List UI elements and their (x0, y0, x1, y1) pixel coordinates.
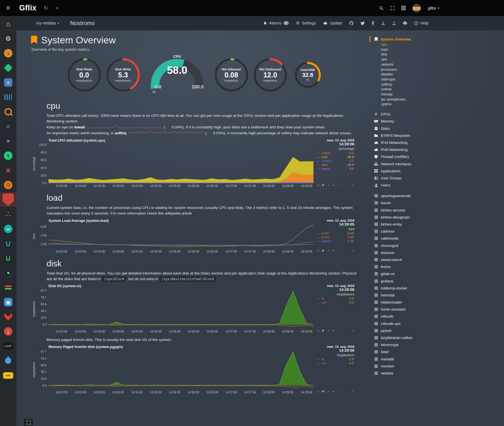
hamburger-menu-icon[interactable]: ≡ (0, 4, 16, 12)
menu-item-softirqs[interactable]: softirqs (370, 82, 437, 87)
menu-app-chronograf[interactable]: chronograf (370, 242, 437, 249)
legend-iowait[interactable]: —iowait0.0 (317, 167, 354, 171)
app-equalizer-item[interactable] (0, 90, 16, 104)
app-water-drop-item[interactable] (0, 353, 16, 368)
legend-nice[interactable]: —nice20.4 (317, 163, 354, 167)
play-icon[interactable]: ▶ (322, 389, 324, 393)
legend-load5[interactable]: —load52.68 (317, 235, 354, 239)
gauge-net_outbound[interactable]: Net Outbound12.0megabits/s (253, 58, 287, 92)
app-orange-chevron-item[interactable]: › (0, 46, 16, 61)
menu-item-uptime[interactable]: uptime (370, 102, 437, 107)
gauge-cpu[interactable]: CPU58.00.0100.0% (149, 55, 205, 95)
menu-item-processes[interactable]: processes (370, 67, 437, 72)
lazylibrarian-item[interactable]: LAZY (0, 339, 16, 353)
pan-right-icon[interactable]: » (328, 183, 330, 187)
zoom-in-icon[interactable]: + (333, 183, 334, 187)
menu-app-heimdall[interactable]: heimdall (370, 292, 437, 299)
gitlab-fox-item[interactable] (0, 309, 16, 324)
home-item[interactable]: ⌂ (0, 17, 16, 31)
sabnzbd-item[interactable]: sab (0, 368, 16, 383)
corner-expand-button[interactable] (24, 419, 33, 426)
pan-right-icon[interactable]: » (328, 249, 330, 252)
menu-section-applications[interactable]: Applications (370, 168, 437, 175)
resize-icon[interactable]: ↕ (352, 248, 354, 253)
app-dark-ring-item[interactable] (0, 266, 16, 280)
app-dark-x-item[interactable]: × (0, 134, 16, 148)
app-search-orange-item[interactable] (0, 104, 16, 119)
menu-section-ipv4-networking[interactable]: IPv4 Networking (370, 139, 437, 146)
disk-io-chart[interactable]: megabytes/sDisk I/O (system.io)0.019.539… (32, 284, 357, 333)
menu-app-lidarr[interactable]: lidarr (370, 348, 437, 355)
menu-app-jackett[interactable]: jackett (370, 327, 437, 334)
apps-grid-icon[interactable] (401, 6, 406, 10)
menu-section-disks[interactable]: Disks (370, 125, 437, 132)
menu-app-apacheguacamole[interactable]: apacheguacamole (370, 192, 437, 199)
legend-user[interactable]: —user35.3 (317, 155, 354, 159)
legend-in[interactable]: —in0.0 (317, 357, 354, 361)
app-red-cross-item[interactable]: × (0, 163, 16, 178)
chart-plot[interactable] (48, 289, 313, 329)
menu-item-entropy[interactable]: entropy (370, 92, 437, 97)
twitter-icon[interactable] (361, 21, 365, 25)
menu-app-calibreweb[interactable]: calibreweb (370, 235, 437, 242)
chart-plot[interactable] (48, 350, 313, 390)
legend-softirq[interactable]: —softirq0.0 (317, 151, 354, 155)
app-teal-u-item[interactable]: ∪ (0, 236, 16, 251)
menu-section-btrfs-filesystem[interactable]: BTRFS filesystem (370, 132, 437, 139)
facebook-icon[interactable] (372, 21, 374, 25)
help-button[interactable]: ? Help (414, 21, 428, 25)
pan-left-icon[interactable]: « (317, 390, 319, 393)
resize-icon[interactable]: ↕ (352, 183, 354, 187)
update-button[interactable]: Update (323, 21, 342, 25)
app-green-bolt-item[interactable]: ↯ (0, 148, 16, 163)
menu-section-memory[interactable]: Memory (370, 118, 437, 125)
chart-plot[interactable] (48, 224, 313, 249)
menu-app-netdata[interactable]: netdata (370, 370, 437, 377)
app-red-download-item[interactable]: ↓ (0, 324, 16, 339)
host-dropdown[interactable]: my-netdata ▾ (36, 21, 59, 25)
pan-right-icon[interactable]: » (328, 390, 330, 393)
zoom-in-icon[interactable]: + (333, 249, 334, 252)
resize-icon[interactable]: ↕ (352, 328, 354, 333)
menu-app-home-assistant[interactable]: home-assistant (370, 306, 437, 313)
app-green-u-item[interactable]: ∪ (0, 251, 16, 266)
app-red-dots-item[interactable]: ∴ (0, 207, 16, 222)
gauge-disk_read[interactable]: Disk Read0.0megabytes/s (67, 58, 101, 92)
menu-item-softnet[interactable]: softnet (370, 87, 437, 92)
menu-app-hiddenloader[interactable]: hiddenloader (370, 299, 437, 306)
legend-load15[interactable]: —load152.06 (317, 239, 354, 243)
menu-system-overview[interactable]: System Overview (370, 36, 437, 42)
menu-app-hddtemp-docker[interactable]: hddtemp-docker (370, 285, 437, 292)
play-icon[interactable]: ▶ (322, 329, 324, 332)
pan-left-icon[interactable]: « (317, 183, 319, 187)
menu-section-network-interfaces[interactable]: Network Interfaces (370, 160, 437, 167)
menu-app-cadvisor[interactable]: cadvisor (370, 228, 437, 235)
app-status-pills-item[interactable] (0, 280, 16, 295)
menu-app-letsencrypt[interactable]: letsencrypt (370, 341, 437, 348)
print-icon[interactable] (403, 21, 407, 25)
menu-app-monitorr[interactable]: monitorr (370, 363, 437, 370)
app-orange-circle-item[interactable]: ⚙ (0, 178, 16, 192)
play-icon[interactable]: ▶ (322, 249, 324, 252)
menu-item-cpu[interactable]: cpu (370, 42, 437, 47)
zoom-out-icon[interactable]: − (337, 183, 339, 187)
menu-section-user-groups[interactable]: User Groups (370, 175, 437, 182)
zoom-out-icon[interactable]: − (337, 249, 339, 252)
chart-plot[interactable] (48, 144, 313, 183)
menu-app-binhex-emby[interactable]: binhex-emby (370, 221, 437, 228)
zoom-out-icon[interactable]: − (337, 390, 339, 393)
fullscreen-icon[interactable] (390, 6, 395, 10)
menu-section-cpus[interactable]: CPUs (370, 111, 437, 118)
zoom-in-icon[interactable]: + (333, 329, 334, 332)
zoom-in-icon[interactable]: + (333, 390, 334, 393)
menu-item-disk[interactable]: disk (370, 52, 437, 57)
upload-icon[interactable] (392, 21, 396, 25)
menu-app-binhex-delugevpn[interactable]: binhex-delugevpn (370, 214, 437, 221)
menu-item-interrupts[interactable]: interrupts (370, 77, 437, 82)
menu-item-load[interactable]: load (370, 47, 437, 52)
resize-icon[interactable]: ↕ (352, 389, 354, 393)
menu-item-ram[interactable]: ram (370, 57, 437, 62)
user-avatar[interactable] (412, 4, 421, 12)
close-icon[interactable]: × (56, 5, 59, 11)
menu-app-mariadb[interactable]: mariadb (370, 356, 437, 363)
